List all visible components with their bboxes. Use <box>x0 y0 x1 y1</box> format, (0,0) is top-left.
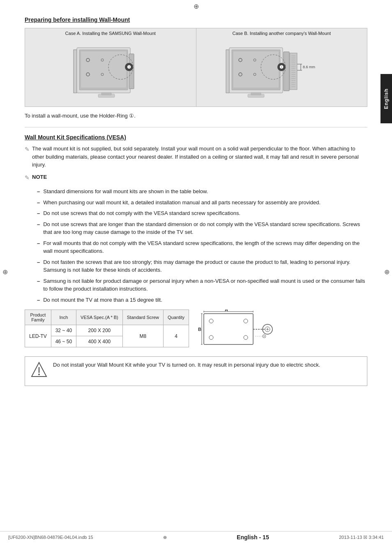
footer-reg-mark: ⊕ <box>163 535 167 540</box>
svg-rect-49 <box>251 92 261 95</box>
footer-center: English - 15 <box>237 534 269 541</box>
cell-vesa2: 400 X 400 <box>76 336 123 347</box>
divider1 <box>25 127 367 127</box>
bullet-text-1: Standard dimensions for wall mount kits … <box>43 187 208 196</box>
svg-rect-50 <box>204 314 253 344</box>
dash-3: – <box>37 209 40 217</box>
dash-7: – <box>37 277 40 285</box>
svg-rect-8 <box>129 54 134 89</box>
svg-point-60 <box>244 319 248 323</box>
table-row-1: LED-TV 32 ~ 40 200 X 200 M8 4 <box>25 325 189 336</box>
bullet-text-5: For wall mounts that do not comply with … <box>43 239 367 255</box>
cell-inch2: 46 ~ 50 <box>51 336 76 347</box>
bullet-text-3: Do not use screws that do not comply wit… <box>43 209 240 217</box>
warning-icon <box>31 361 47 379</box>
bullet-item-1: – Standard dimensions for wall mount kit… <box>37 187 367 196</box>
section-vesa: Wall Mount Kit Specifications (VESA) ✎ T… <box>25 134 367 386</box>
case-a-diagram: ❶ <box>28 38 193 104</box>
svg-rect-3 <box>81 51 126 88</box>
svg-rect-28 <box>290 53 297 90</box>
footer-right: 2013-11-13 ☒ 3:34:41 <box>339 535 384 540</box>
section2-heading: Wall Mount Kit Specifications (VESA) <box>25 134 367 141</box>
col-qty: Quantity <box>164 310 189 325</box>
note-label-text: NOTE <box>32 173 47 181</box>
dash-2: – <box>37 199 40 207</box>
svg-rect-0 <box>74 50 77 93</box>
svg-point-59 <box>209 319 213 323</box>
case-a-title: Case A. Installing the SAMSUNG Wall-Moun… <box>28 31 193 36</box>
bullet-item-2: – When purchasing our wall mount kit, a … <box>37 199 367 207</box>
cell-product: LED-TV <box>25 325 51 347</box>
install-note: To install a wall-mount, use the Holder-… <box>25 113 367 119</box>
bullet-list: – Standard dimensions for wall mount kit… <box>37 187 367 304</box>
dash-8: – <box>37 296 40 304</box>
footer-left: [UF6200-XN]BN68-04879E-04L04.indb 15 <box>8 535 93 540</box>
dash-5: – <box>37 239 40 247</box>
page-container: ⊕ ⊕ ⊕ English Preparing before installin… <box>0 0 392 543</box>
bullet-item-5: – For wall mounts that do not comply wit… <box>37 239 367 255</box>
cell-vesa1: 200 X 200 <box>76 325 123 336</box>
main-note-text: The wall mount kit is not supplied, but … <box>32 145 367 169</box>
case-b-diagram: 8.6 mm <box>200 38 364 104</box>
bullet-text-8: Do not mount the TV at more than a 15 de… <box>43 296 162 304</box>
diagram-area: Case A. Installing the SAMSUNG Wall-Moun… <box>25 28 367 107</box>
case-b-title: Case B. Installing another company's Wal… <box>200 31 364 36</box>
bullet-item-6: – Do not fasten the screws that are too … <box>37 258 367 274</box>
bullet-text-2: When purchasing our wall mount kit, a de… <box>43 199 321 207</box>
case-a-svg: ❶ <box>65 42 156 101</box>
svg-point-61 <box>209 335 213 340</box>
svg-point-62 <box>244 335 248 340</box>
bullet-item-3: – Do not use screws that do not comply w… <box>37 209 367 217</box>
vesa-table: ProductFamily Inch VESA Spec.(A * B) Sta… <box>25 310 189 347</box>
reg-mark-left: ⊕ <box>2 268 8 275</box>
svg-rect-14 <box>226 50 229 93</box>
bullet-item-7: – Samsung is not liable for product dama… <box>37 277 367 293</box>
svg-rect-12 <box>101 92 111 95</box>
svg-point-74 <box>38 374 40 375</box>
warning-text: Do not install your Wall Mount Kit while… <box>53 361 320 369</box>
dash-1: – <box>37 187 40 196</box>
col-vesa: VESA Spec.(A * B) <box>76 310 123 325</box>
cell-screw: M8 <box>122 325 163 347</box>
bullet-item-8: – Do not mount the TV at more than a 15 … <box>37 296 367 304</box>
main-note-para: ✎ The wall mount kit is not supplied, bu… <box>25 145 367 169</box>
reg-mark-right: ⊕ <box>384 268 390 275</box>
col-screw: Standard Screw <box>122 310 163 325</box>
svg-rect-17 <box>233 51 279 88</box>
note-label-icon: ✎ <box>25 173 30 182</box>
page-footer: [UF6200-XN]BN68-04879E-04L04.indb 15 ⊕ E… <box>0 531 392 543</box>
bullet-text-7: Samsung is not liable for product damage… <box>43 277 367 293</box>
reg-mark-top: ⊕ <box>194 2 199 10</box>
section1-heading: Preparing before installing Wall-Mount <box>25 16 367 23</box>
svg-text:A: A <box>225 310 228 312</box>
note-pencil-icon: ✎ <box>25 145 30 154</box>
warning-icon-cell <box>31 361 47 381</box>
note-label-para: ✎ NOTE <box>25 173 367 184</box>
svg-rect-22 <box>284 52 289 91</box>
col-product: ProductFamily <box>25 310 51 325</box>
diagram-case-b: Case B. Installing another company's Wal… <box>196 28 367 106</box>
bullet-text-4: Do not use screws that are longer than t… <box>43 220 367 236</box>
vesa-diagram-svg: A B <box>196 310 278 351</box>
side-tab: English <box>380 74 392 123</box>
section-wall-mount-prep: Preparing before installing Wall-Mount C… <box>25 16 367 127</box>
dash-6: – <box>37 258 40 266</box>
col-inch: Inch <box>51 310 76 325</box>
vesa-table-wrapper: ProductFamily Inch VESA Spec.(A * B) Sta… <box>25 310 367 351</box>
bullet-text-6: Do not fasten the screws that are too st… <box>43 258 367 274</box>
cell-inch1: 32 ~ 40 <box>51 325 76 336</box>
svg-text:❶: ❶ <box>279 65 284 69</box>
cell-qty: 4 <box>164 325 189 347</box>
diagram-case-a: Case A. Installing the SAMSUNG Wall-Moun… <box>25 28 196 106</box>
case-b-svg: 8.6 mm <box>220 42 343 101</box>
side-tab-label: English <box>383 88 389 109</box>
svg-text:❶: ❶ <box>127 65 131 69</box>
warning-box: Do not install your Wall Mount Kit while… <box>25 356 367 386</box>
svg-text:B: B <box>198 327 201 332</box>
install-note-text: To install a wall-mount, use the Holder-… <box>25 113 136 119</box>
dash-4: – <box>37 220 40 229</box>
bullet-item-4: – Do not use screws that are longer than… <box>37 220 367 236</box>
svg-text:8.6 mm: 8.6 mm <box>303 65 315 69</box>
